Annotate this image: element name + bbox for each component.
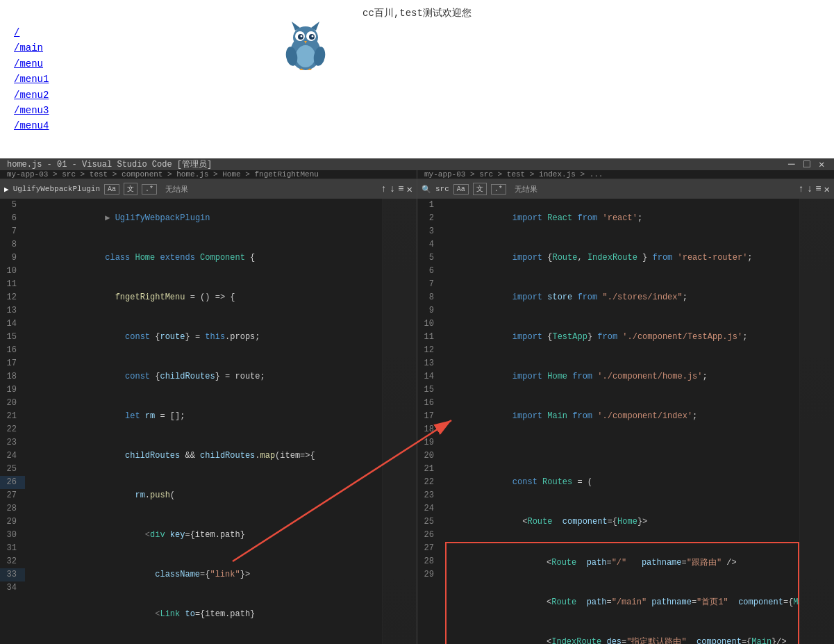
code-line-15: <Link to={item.path} [25, 595, 382, 634]
search-term-right: src [435, 185, 449, 193]
search-down-left[interactable]: ↓ [390, 183, 395, 195]
minimap-left [382, 199, 417, 644]
breadcrumb-left: my-app-03 > src > test > component > hom… [0, 170, 417, 179]
code-content-left: ▶ UglifyWebpackPlugin class Home extends… [25, 199, 382, 644]
r-line-10: <Route component={Home}> [442, 502, 799, 542]
code-line-7: fngetRightMenu = () => { [25, 278, 382, 317]
search-close-right[interactable]: ✕ [824, 183, 830, 195]
r-line-9: const Routes = ( [442, 463, 799, 502]
code-line-5: ▶ UglifyWebpackPlugin [25, 199, 382, 238]
code-line-11: childRoutes && childRoutes.map(item=>{ [25, 436, 382, 476]
code-content-right: import React from 'react'; import {Route… [442, 199, 799, 644]
r-line-3: import store from "./stores/index"; [442, 278, 799, 317]
search-nav-right[interactable]: ↑ ↓ ≡ ✕ [798, 183, 830, 195]
left-search-bar: ▶ UglifyWebpackPlugin Aa 文 .* 无结果 ↑ ↓ ≡ … [0, 179, 417, 199]
line-numbers-left: 5 6 7 8 9 10 11 12 13 14 15 16 17 18 [0, 199, 25, 644]
r-line-5: import Home from './component/home.js'; [442, 357, 799, 397]
fold-icon: ▶ [4, 185, 9, 194]
search-term-left: UglifyWebpackPlugin [13, 185, 100, 193]
right-search-icon: 🔍 [422, 185, 431, 194]
link-menu1[interactable]: /menu1 [14, 72, 49, 87]
browser-links: / /main /menu /menu1 /menu2 /menu3 /menu… [14, 25, 49, 134]
window-title: home.js - 01 - Visual Studio Code [管理员] [7, 158, 212, 170]
left-code-area[interactable]: 5 6 7 8 9 10 11 12 13 14 15 16 17 18 [0, 199, 417, 644]
right-editor-pane: 🔍 src Aa 文 .* 无结果 ↑ ↓ ≡ ✕ 1 2 [417, 179, 834, 644]
minimap-right [799, 199, 834, 644]
search-down-right[interactable]: ↓ [807, 183, 812, 195]
svg-point-8 [301, 35, 303, 38]
window-controls[interactable]: ─ □ ✕ [788, 160, 827, 169]
search-regex-btn[interactable]: .* [142, 184, 157, 195]
r-line-6: import Main from './component/index'; [442, 397, 799, 436]
r-line-8 [442, 449, 799, 463]
code-line-13: <div key={item.path} [25, 515, 382, 555]
browser-area: cc百川,test测试欢迎您 / /main /menu /menu1 /men… [0, 0, 834, 158]
left-editor-pane: ▶ UglifyWebpackPlugin Aa 文 .* 无结果 ↑ ↓ ≡ … [0, 179, 417, 644]
link-main[interactable]: /main [14, 40, 49, 56]
search-up-left[interactable]: ↑ [381, 183, 386, 195]
browser-title: cc百川,test测试欢迎您 [14, 7, 820, 19]
route-box: <Route path="/" pathname="跟路由" /> <Route… [445, 542, 799, 644]
search-case-btn[interactable]: Aa [104, 184, 119, 195]
code-line-8: const {route} = this.props; [25, 317, 382, 357]
search-list-right[interactable]: ≡ [815, 183, 821, 195]
code-line-6: class Home extends Component { [25, 238, 382, 278]
r-line-2: import {Route, IndexRoute } from 'react-… [442, 238, 799, 278]
search-close-left[interactable]: ✕ [407, 183, 412, 195]
breadcrumb-right-text: my-app-03 > src > test > index.js > ... [424, 170, 603, 179]
no-result-left: 无结果 [165, 184, 188, 195]
title-bar: home.js - 01 - Visual Studio Code [管理员] … [0, 158, 834, 170]
no-result-right: 无结果 [515, 184, 537, 195]
vscode-window: home.js - 01 - Visual Studio Code [管理员] … [0, 158, 834, 644]
right-search-bar: 🔍 src Aa 文 .* 无结果 ↑ ↓ ≡ ✕ [417, 179, 834, 199]
svg-line-19 [310, 69, 312, 70]
link-menu2[interactable]: /menu2 [14, 88, 49, 103]
search-word-btn-r[interactable]: 文 [473, 183, 487, 195]
code-line-10: let rm = []; [25, 397, 382, 436]
breadcrumb-left-text: my-app-03 > src > test > component > hom… [7, 170, 319, 179]
link-root[interactable]: / [14, 25, 49, 40]
code-line-16: title={item.pathname}> [25, 634, 382, 644]
editor-split: ▶ UglifyWebpackPlugin Aa 文 .* 无结果 ↑ ↓ ≡ … [0, 179, 834, 644]
right-code-area[interactable]: 1 2 3 4 5 6 7 8 9 10 11 12 13 14 [417, 199, 834, 644]
r-line-1: import React from 'react'; [442, 199, 799, 238]
r-line-12: <Route path="/main" pathname="首页1" compo… [447, 583, 798, 622]
search-nav-left[interactable]: ↑ ↓ ≡ ✕ [381, 183, 412, 195]
search-case-btn-r[interactable]: Aa [453, 184, 469, 195]
search-list-left[interactable]: ≡ [398, 183, 403, 195]
line-numbers-right: 1 2 3 4 5 6 7 8 9 10 11 12 13 14 [417, 199, 442, 644]
minimize-button[interactable]: ─ [788, 160, 797, 169]
link-menu[interactable]: /menu [14, 56, 49, 72]
code-line-14: className={"link"}> [25, 555, 382, 595]
svg-point-11 [296, 45, 315, 67]
search-up-right[interactable]: ↑ [798, 183, 803, 195]
code-line-12: rm.push( [25, 476, 382, 515]
maximize-button[interactable]: □ [803, 160, 812, 169]
code-line-9: const {childRoutes} = route; [25, 357, 382, 397]
r-line-11: <Route path="/" pathname="跟路由" /> [447, 543, 798, 583]
svg-point-9 [312, 35, 314, 38]
breadcrumb-row: my-app-03 > src > test > component > hom… [0, 170, 834, 179]
r-line-13: <IndexRoute des="指定默认路由" component={Main… [447, 622, 798, 644]
r-line-4: import {TestApp} from './component/TestA… [442, 317, 799, 357]
link-menu3[interactable]: /menu3 [14, 103, 49, 118]
search-word-btn[interactable]: 文 [124, 183, 137, 195]
close-window-button[interactable]: ✕ [819, 160, 827, 169]
r-line-7 [442, 436, 799, 449]
search-regex-btn-r[interactable]: .* [491, 184, 506, 195]
owl-image [285, 18, 326, 134]
breadcrumb-right: my-app-03 > src > test > index.js > ... [417, 170, 834, 179]
link-menu4[interactable]: /menu4 [14, 118, 49, 133]
